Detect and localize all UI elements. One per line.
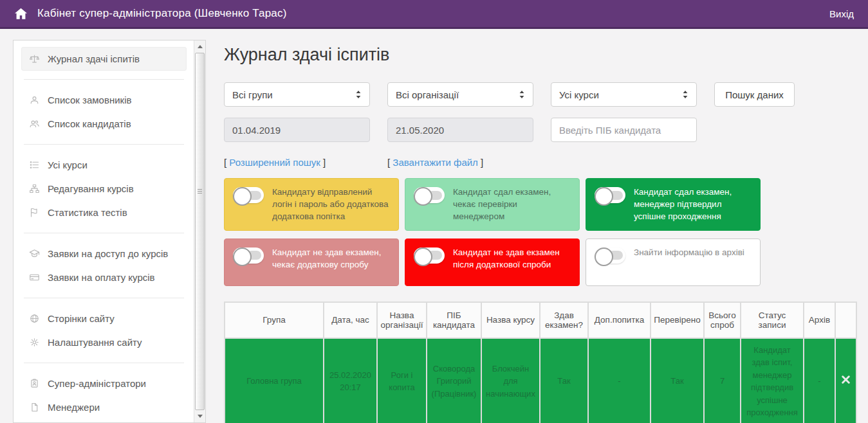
- table-cell: -: [804, 338, 835, 423]
- sidebar-divider: [24, 363, 184, 363]
- column-header: Назва організації: [377, 302, 427, 338]
- sidebar-item-customers-list[interactable]: Список замовників: [21, 88, 187, 112]
- sidebar-item-course-payment-requests[interactable]: Заявки на оплату курсів: [21, 266, 187, 289]
- exam-table-body: Головна група25.02.2020 20:17Роги і копи…: [225, 338, 856, 423]
- status-filter-label: Кандидат сдал екзамен, менеджер підтверд…: [634, 186, 752, 223]
- search-data-button[interactable]: Пошук даних: [714, 82, 795, 107]
- scrollbar-grip-icon: [198, 189, 202, 194]
- sidebar-item-label: Сторінки сайту: [48, 313, 115, 324]
- sidebar-item-label: Налаштування сайту: [48, 337, 142, 348]
- main-content: Журнал здачі іспитів Всі групи Всі орган…: [224, 40, 856, 423]
- table-cell: Роги і копита: [377, 338, 427, 423]
- delete-x-icon: [842, 375, 850, 384]
- course-filter-value: Усі курси: [559, 89, 599, 100]
- column-header: Архів: [804, 302, 835, 338]
- scrollbar-thumb[interactable]: [195, 53, 205, 410]
- date-from-input[interactable]: [224, 118, 370, 142]
- group-filter-select[interactable]: Всі групи: [224, 82, 370, 107]
- organization-filter-value: Всі організації: [396, 89, 459, 100]
- scroll-up-arrow-icon: [198, 45, 203, 48]
- home-icon[interactable]: [14, 8, 28, 20]
- sitemap-icon: [28, 183, 40, 194]
- course-filter-select[interactable]: Усі курси: [551, 82, 697, 107]
- user-icon: [28, 94, 40, 105]
- sidebar-item-exam-journal[interactable]: Журнал здачі іспитів: [21, 47, 187, 71]
- column-header: Статус записи: [741, 302, 804, 338]
- sidebar-item-site-pages[interactable]: Сторінки сайту: [21, 307, 187, 330]
- scroll-up-button[interactable]: [194, 41, 205, 52]
- column-header: Здав екзамен?: [540, 302, 588, 338]
- sidebar-item-site-settings[interactable]: Налаштування сайту: [21, 330, 187, 354]
- id-badge-icon: [28, 378, 40, 389]
- sidebar-item-label: Менеджери: [48, 402, 100, 413]
- status-filter-label: Знайти інформацію в архіві: [634, 246, 744, 259]
- sidebar-item-edit-courses[interactable]: Редагування курсів: [21, 177, 187, 201]
- scroll-down-button[interactable]: [194, 411, 205, 422]
- scales-icon: [28, 53, 40, 64]
- column-header: Доп.попитка: [588, 302, 651, 338]
- exam-table-head-row: ГрупаДата, часНазва організаціїПІБ канди…: [225, 302, 856, 338]
- list-icon: [28, 159, 40, 170]
- status-filter-login-sent: Кандидату відправлений логін і пароль аб…: [224, 178, 399, 231]
- toggle-switch-failed-awaiting-retry[interactable]: [233, 248, 264, 264]
- date-to-input[interactable]: [387, 118, 533, 142]
- sidebar-item-label: Журнал здачі іспитів: [48, 53, 140, 64]
- group-filter-value: Всі групи: [232, 89, 273, 100]
- sidebar-item-label: Редагування курсів: [48, 183, 134, 194]
- table-cell: Сковорода Григорий (Працівник): [427, 338, 481, 423]
- status-filter-search-archive: Знайти інформацію в архіві: [586, 239, 761, 286]
- sidebar-item-super-admins[interactable]: Супер-адміністратори: [21, 372, 187, 395]
- sidebar-scrollbar[interactable]: [194, 40, 205, 422]
- sidebar-item-label: Супер-адміністратори: [48, 378, 146, 389]
- status-filter-label: Кандидат не здав екзамен після додатково…: [453, 246, 571, 271]
- column-header: Група: [225, 302, 324, 338]
- table-cell: Блокчейн для начинающих: [481, 338, 540, 423]
- select-arrows-icon: [682, 90, 688, 99]
- upload-file-link[interactable]: Завантажити файл: [392, 157, 478, 168]
- logout-link[interactable]: Вихід: [829, 8, 854, 19]
- sidebar-item-label: Усі курси: [48, 159, 88, 170]
- flag-icon: [28, 207, 40, 218]
- table-cell: Кандидат здав іспит, менеджер підтвердив…: [741, 338, 804, 423]
- sidebar-item-label: Статистика тестів: [48, 207, 127, 218]
- status-filter-label: Кандидат не здав екзамен, чекає додатков…: [272, 246, 390, 271]
- sidebar-item-course-access-requests[interactable]: Заявки на доступ до курсів: [21, 242, 187, 266]
- sidebar-item-managers[interactable]: Менеджери: [21, 395, 187, 419]
- row-delete-button[interactable]: [835, 338, 856, 423]
- column-header: Дата, час: [324, 302, 377, 338]
- sidebar-item-candidates-list[interactable]: Список кандидатів: [21, 112, 187, 136]
- sidebar-item-label: Заявки на доступ до курсів: [48, 248, 168, 259]
- exam-journal-table: ГрупаДата, часНазва організаціїПІБ канди…: [224, 302, 857, 423]
- advanced-search-link[interactable]: Розширенний пошук: [229, 157, 320, 168]
- scroll-down-arrow-icon: [198, 415, 203, 418]
- sidebar: Журнал здачі іспитівСписок замовниківСпи…: [13, 40, 206, 423]
- sidebar-item-all-courses[interactable]: Усі курси: [21, 153, 187, 177]
- table-cell: Так: [540, 338, 588, 423]
- table-cell: Головна група: [225, 338, 324, 423]
- toggle-switch-passed-awaiting-review[interactable]: [414, 187, 445, 203]
- sidebar-item-test-statistics[interactable]: Статистика тестів: [21, 201, 187, 224]
- toggle-switch-passed-confirmed[interactable]: [595, 187, 625, 203]
- status-filter-passed-awaiting-review: Кандидат сдал екзамен, чекає перевірки м…: [405, 178, 580, 231]
- graduation-cap-icon: [28, 248, 40, 259]
- sidebar-divider: [24, 144, 184, 145]
- users-icon: [28, 118, 40, 129]
- advanced-search-wrap: [ Розширенний пошук ]: [224, 157, 387, 168]
- column-header: Всього спроб: [704, 302, 741, 338]
- top-header-bar: Кабінет супер-адміністратора (Шевченко Т…: [0, 0, 868, 29]
- column-header: Перевірено: [651, 302, 704, 338]
- table-cell: Так: [651, 338, 704, 423]
- select-arrows-icon: [355, 90, 362, 99]
- toggle-switch-failed-after-retry[interactable]: [414, 248, 445, 264]
- status-filter-label: Кандидату відправлений логін і пароль аб…: [272, 186, 390, 223]
- table-cell: 7: [704, 338, 741, 423]
- status-toggle-grid: Кандидату відправлений логін і пароль аб…: [224, 178, 856, 286]
- organization-filter-select[interactable]: Всі організації: [387, 82, 533, 107]
- page-header-title: Кабінет супер-адміністратора (Шевченко Т…: [37, 7, 287, 20]
- links-row: [ Розширенний пошук ] [ Завантажити файл…: [224, 157, 856, 168]
- sidebar-divider: [24, 79, 184, 80]
- candidate-name-input[interactable]: [551, 118, 697, 142]
- toggle-switch-login-sent[interactable]: [233, 187, 264, 203]
- toggle-switch-search-archive[interactable]: [595, 248, 625, 264]
- sidebar-item-label: Список кандидатів: [48, 118, 131, 129]
